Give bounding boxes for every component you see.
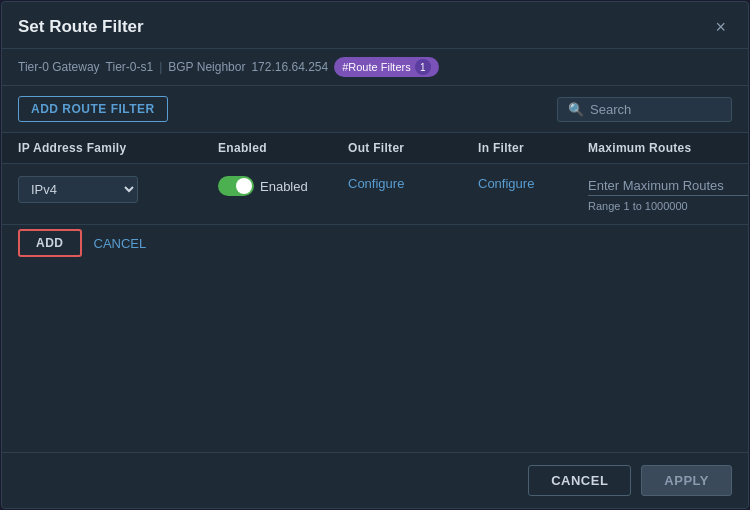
toolbar: ADD ROUTE FILTER 🔍: [2, 86, 748, 133]
max-routes-cell: Range 1 to 1000000: [588, 176, 748, 212]
ip-family-select[interactable]: IPv4 IPv6: [18, 176, 138, 203]
enabled-cell: Enabled: [218, 176, 348, 196]
col-out-filter: Out Filter: [348, 141, 478, 155]
cancel-inline-button[interactable]: CANCEL: [94, 236, 147, 251]
enabled-label: Enabled: [260, 179, 308, 194]
row-actions: ADD CANCEL: [2, 225, 748, 269]
range-hint: Range 1 to 1000000: [588, 200, 748, 212]
route-filters-badge[interactable]: #Route Filters 1: [334, 57, 438, 77]
table-row: IPv4 IPv6 Enabled Configure Configure: [2, 164, 748, 225]
modal-footer: CANCEL APPLY: [2, 452, 748, 508]
breadcrumb-ip: 172.16.64.254: [251, 60, 328, 74]
col-max-routes: Maximum Routes: [588, 141, 732, 155]
table-header: IP Address Family Enabled Out Filter In …: [2, 133, 748, 164]
toggle-thumb: [236, 178, 252, 194]
breadcrumb-tier0: Tier-0 Gateway: [18, 60, 100, 74]
enabled-toggle[interactable]: [218, 176, 254, 196]
modal-header: Set Route Filter ×: [2, 2, 748, 49]
route-filters-count: 1: [415, 59, 431, 75]
out-filter-cell: Configure: [348, 176, 478, 191]
in-filter-configure-link[interactable]: Configure: [478, 176, 534, 191]
col-in-filter: In Filter: [478, 141, 588, 155]
table-body: IPv4 IPv6 Enabled Configure Configure: [2, 164, 748, 452]
breadcrumb-separator: |: [159, 60, 162, 74]
out-filter-configure-link[interactable]: Configure: [348, 176, 404, 191]
close-button[interactable]: ×: [709, 16, 732, 38]
search-icon: 🔍: [568, 102, 584, 117]
add-button[interactable]: ADD: [18, 229, 82, 257]
ip-family-cell: IPv4 IPv6: [18, 176, 218, 203]
set-route-filter-modal: Set Route Filter × Tier-0 Gateway Tier-0…: [1, 1, 749, 509]
col-ip-family: IP Address Family: [18, 141, 218, 155]
breadcrumb: Tier-0 Gateway Tier-0-s1 | BGP Neighbor …: [2, 49, 748, 86]
footer-cancel-button[interactable]: CANCEL: [528, 465, 631, 496]
route-filters-label: #Route Filters: [342, 61, 410, 73]
add-route-filter-button[interactable]: ADD ROUTE FILTER: [18, 96, 168, 122]
search-box: 🔍: [557, 97, 732, 122]
breadcrumb-bgp: BGP Neighbor: [168, 60, 245, 74]
modal-title: Set Route Filter: [18, 17, 144, 37]
footer-apply-button[interactable]: APPLY: [641, 465, 732, 496]
breadcrumb-tier0s1: Tier-0-s1: [106, 60, 154, 74]
max-routes-input[interactable]: [588, 176, 748, 196]
in-filter-cell: Configure: [478, 176, 588, 191]
search-input[interactable]: [590, 102, 720, 117]
col-enabled: Enabled: [218, 141, 348, 155]
